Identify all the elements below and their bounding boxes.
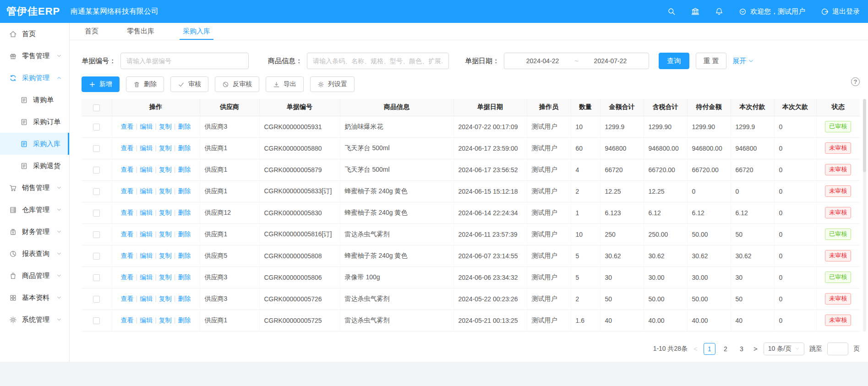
sidebar-item-purchase-return[interactable]: 采购退货: [0, 155, 69, 177]
action-copy[interactable]: 复制: [159, 252, 172, 259]
sidebar-item-purchase-request[interactable]: 请购单: [0, 89, 69, 111]
action-copy[interactable]: 复制: [159, 209, 172, 216]
sidebar-item-basic-data[interactable]: 基本资料: [0, 287, 69, 309]
add-button[interactable]: 新增: [82, 76, 120, 92]
sidebar-item-sales-mgmt[interactable]: 销售管理: [0, 177, 69, 199]
action-delete[interactable]: 删除: [178, 230, 191, 238]
row-checkbox[interactable]: [93, 253, 100, 260]
bell-icon[interactable]: [715, 7, 723, 16]
tab-purchase-inbound[interactable]: 采购入库: [180, 23, 213, 40]
row-checkbox[interactable]: [93, 124, 100, 130]
cell-product: 雷达杀虫气雾剂: [340, 310, 453, 331]
action-delete[interactable]: 删除: [178, 187, 191, 195]
row-checkbox[interactable]: [93, 145, 100, 152]
action-delete[interactable]: 删除: [178, 144, 191, 152]
action-view[interactable]: 查看: [121, 230, 134, 238]
action-delete[interactable]: 删除: [178, 252, 191, 259]
row-checkbox[interactable]: [93, 188, 100, 195]
sidebar-item-purchase-mgmt[interactable]: 采购管理: [0, 67, 69, 89]
unaudit-button[interactable]: 反审核: [215, 76, 259, 92]
action-delete[interactable]: 删除: [178, 316, 191, 324]
action-copy[interactable]: 复制: [159, 273, 172, 281]
sidebar-item-finance-mgmt[interactable]: 财务管理: [0, 221, 69, 243]
sidebar-item-system-mgmt[interactable]: 系统管理: [0, 309, 69, 331]
search-icon[interactable]: [667, 7, 676, 16]
sidebar-item-report-query[interactable]: 报表查询: [0, 243, 69, 265]
row-checkbox[interactable]: [93, 296, 100, 303]
action-edit[interactable]: 编辑: [140, 209, 153, 216]
action-edit[interactable]: 编辑: [140, 166, 153, 173]
action-view[interactable]: 查看: [121, 144, 134, 152]
page-number-1[interactable]: 1: [704, 343, 715, 355]
search-button[interactable]: 查询: [659, 53, 689, 69]
row-checkbox[interactable]: [93, 210, 100, 217]
action-edit[interactable]: 编辑: [140, 316, 153, 324]
action-view[interactable]: 查看: [121, 166, 134, 173]
action-copy[interactable]: 复制: [159, 187, 172, 195]
date-to-value[interactable]: 2024-07-22: [594, 57, 627, 65]
action-edit[interactable]: 编辑: [140, 187, 153, 195]
sidebar-item-home[interactable]: 首页: [0, 23, 69, 45]
audit-button[interactable]: 审核: [170, 76, 208, 92]
sidebar-item-label: 财务管理: [22, 228, 69, 236]
date-range-picker[interactable]: 2024-04-22 ~ 2024-07-22: [504, 53, 649, 69]
page-number-3[interactable]: 3: [736, 343, 748, 355]
page-size-select[interactable]: 10 条/页: [764, 343, 804, 355]
date-from-value[interactable]: 2024-04-22: [526, 57, 559, 65]
action-edit[interactable]: 编辑: [140, 144, 153, 152]
action-view[interactable]: 查看: [121, 187, 134, 195]
action-view[interactable]: 查看: [121, 252, 134, 259]
sidebar-item-warehouse-mgmt[interactable]: 仓库管理: [0, 199, 69, 221]
sidebar-item-purchase-order[interactable]: 采购订单: [0, 111, 69, 133]
row-checkbox[interactable]: [93, 231, 100, 238]
action-view[interactable]: 查看: [121, 123, 134, 130]
page-number-2[interactable]: 2: [720, 343, 732, 355]
action-delete[interactable]: 删除: [178, 166, 191, 173]
reset-button[interactable]: 重 置: [696, 53, 726, 69]
expand-filters-link[interactable]: 展开: [732, 57, 754, 65]
action-delete[interactable]: 删除: [178, 273, 191, 281]
next-page-icon[interactable]: >: [753, 345, 759, 353]
action-copy[interactable]: 复制: [159, 123, 172, 130]
tab-home[interactable]: 首页: [82, 23, 102, 40]
app-logo[interactable]: 管伊佳ERP: [6, 5, 65, 18]
action-delete[interactable]: 删除: [178, 123, 191, 130]
action-view[interactable]: 查看: [121, 209, 134, 216]
action-view[interactable]: 查看: [121, 316, 134, 324]
action-copy[interactable]: 复制: [159, 316, 172, 324]
action-delete[interactable]: 删除: [178, 295, 191, 302]
action-copy[interactable]: 复制: [159, 295, 172, 302]
action-delete[interactable]: 删除: [178, 209, 191, 216]
action-view[interactable]: 查看: [121, 273, 134, 281]
select-all-checkbox[interactable]: [93, 104, 100, 111]
export-button[interactable]: 导出: [266, 76, 304, 92]
action-edit[interactable]: 编辑: [140, 273, 153, 281]
bank-icon[interactable]: [691, 7, 699, 16]
doc-no-input[interactable]: [120, 53, 249, 69]
action-copy[interactable]: 复制: [159, 166, 172, 173]
column-settings-button[interactable]: 列设置: [310, 76, 355, 92]
row-checkbox[interactable]: [93, 317, 100, 324]
row-checkbox[interactable]: [93, 167, 100, 174]
delete-button[interactable]: 删除: [126, 76, 164, 92]
vertical-scrollbar[interactable]: [863, 99, 866, 332]
cell-tax-total: 250.00: [644, 223, 687, 245]
help-icon[interactable]: ?: [851, 77, 860, 86]
action-edit[interactable]: 编辑: [140, 295, 153, 302]
action-copy[interactable]: 复制: [159, 230, 172, 238]
action-view[interactable]: 查看: [121, 295, 134, 302]
logout-button[interactable]: 退出登录: [821, 7, 860, 16]
product-info-input[interactable]: [307, 53, 449, 69]
row-checkbox[interactable]: [93, 274, 100, 281]
jump-page-input[interactable]: [827, 343, 848, 355]
sidebar-item-purchase-inbound[interactable]: 采购入库: [0, 133, 69, 155]
action-edit[interactable]: 编辑: [140, 252, 153, 259]
prev-page-icon[interactable]: <: [693, 345, 699, 353]
action-edit[interactable]: 编辑: [140, 123, 153, 130]
user-menu[interactable]: 欢迎您，测试用户: [739, 7, 805, 16]
action-edit[interactable]: 编辑: [140, 230, 153, 238]
sidebar-item-goods-mgmt[interactable]: 商品管理: [0, 265, 69, 287]
action-copy[interactable]: 复制: [159, 144, 172, 152]
sidebar-item-retail-mgmt[interactable]: 零售管理: [0, 45, 69, 67]
tab-retail-outbound[interactable]: 零售出库: [124, 23, 158, 40]
